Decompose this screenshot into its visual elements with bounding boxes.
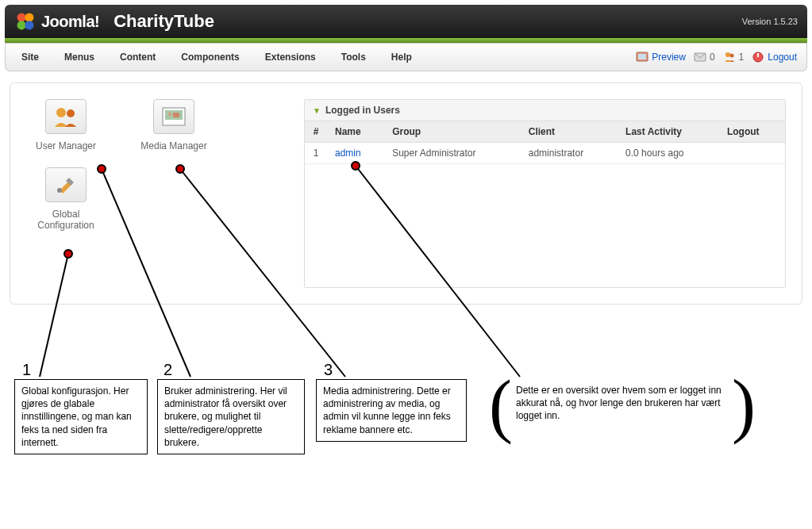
svg-point-2 — [17, 21, 26, 29]
main-menu: Site Menus Content Components Extensions… — [9, 44, 425, 71]
site-name: CharityTube — [114, 11, 214, 32]
cell-last: 0.0 hours ago — [618, 143, 719, 164]
menu-extensions[interactable]: Extensions — [252, 44, 329, 71]
menu-site[interactable]: Site — [9, 44, 52, 71]
user-manager-label: User Manager — [36, 140, 96, 151]
cell-group: Super Administrator — [384, 143, 521, 164]
logout-icon — [752, 51, 764, 63]
version-text: Version 1.5.23 — [742, 17, 798, 26]
user-manager-tile[interactable]: User Manager — [26, 99, 106, 151]
status-area: Preview 0 1 Logout — [636, 51, 803, 63]
users-icon — [52, 105, 80, 128]
table-header-row: # Name Group Client Last Activity Logout — [305, 121, 785, 143]
panel-header[interactable]: ▼ Logged in Users — [305, 100, 785, 121]
bracket-left: ( — [489, 370, 513, 441]
menu-components[interactable]: Components — [168, 44, 252, 71]
annotation-number-3: 3 — [324, 361, 333, 379]
col-name: Name — [327, 121, 384, 143]
mail-icon — [694, 51, 706, 63]
user-manager-icon-box — [45, 99, 87, 134]
svg-rect-16 — [173, 113, 179, 117]
cell-client: administrator — [521, 143, 618, 164]
panel-title: Logged in Users — [325, 105, 400, 116]
svg-point-12 — [67, 109, 75, 117]
svg-point-1 — [25, 13, 33, 22]
col-logout: Logout — [719, 121, 785, 143]
users-icon — [723, 51, 736, 63]
users-table: # Name Group Client Last Activity Logout… — [305, 121, 785, 164]
header: Joomla! CharityTube Version 1.5.23 — [5, 5, 807, 38]
menu-tools[interactable]: Tools — [329, 44, 379, 71]
users-count[interactable]: 1 — [723, 51, 745, 63]
svg-point-7 — [725, 52, 730, 57]
media-manager-label: Media Manager — [140, 140, 206, 151]
menubar: Site Menus Content Components Extensions… — [5, 43, 807, 71]
annotation-box-4: Dette er en oversikt over hvem som er lo… — [510, 379, 733, 427]
col-group: Group — [384, 121, 521, 143]
messages-value: 0 — [710, 52, 715, 63]
media-manager-tile[interactable]: Media Manager — [134, 99, 214, 151]
cell-logout[interactable] — [719, 143, 785, 164]
svg-rect-10 — [757, 53, 759, 57]
logged-in-users-panel: ▼ Logged in Users # Name Group Client La… — [304, 99, 786, 288]
bracket-right: ) — [732, 370, 756, 441]
svg-point-15 — [168, 113, 171, 116]
col-num: # — [305, 121, 327, 143]
annotation-box-2: Bruker administrering. Her vil administr… — [157, 379, 305, 454]
logo-text: Joomla! — [41, 13, 99, 31]
cell-num: 1 — [305, 143, 327, 164]
col-client: Client — [521, 121, 618, 143]
preview-icon — [636, 51, 648, 63]
preview-label: Preview — [652, 52, 686, 63]
menu-content[interactable]: Content — [107, 44, 168, 71]
svg-rect-5 — [638, 54, 646, 59]
joomla-logo-icon — [14, 10, 37, 33]
global-config-label: Global Configuration — [26, 209, 106, 231]
content-frame: User Manager Media Manager Global Config… — [10, 82, 802, 305]
svg-point-3 — [25, 21, 33, 29]
logout-link[interactable]: Logout — [752, 51, 797, 63]
annotation-box-1: Global konfigurasjon. Her gjøres de glab… — [14, 379, 148, 454]
tools-icon — [52, 173, 80, 197]
messages-count[interactable]: 0 — [694, 51, 715, 63]
annotation-box-3: Media administrering. Dette er administr… — [316, 379, 467, 442]
preview-link[interactable]: Preview — [636, 51, 686, 63]
media-icon — [160, 105, 188, 128]
collapse-arrow-icon: ▼ — [313, 106, 321, 115]
svg-point-8 — [729, 54, 733, 58]
table-row: 1 admin Super Administrator administrato… — [305, 143, 785, 164]
global-config-tile[interactable]: Global Configuration — [26, 167, 106, 231]
logo: Joomla! — [14, 10, 99, 33]
svg-point-17 — [57, 188, 62, 193]
media-manager-icon-box — [153, 99, 194, 134]
quick-icons: User Manager Media Manager Global Config… — [26, 99, 288, 288]
col-last: Last Activity — [618, 121, 719, 143]
cell-name[interactable]: admin — [327, 143, 384, 164]
annotation-number-2: 2 — [164, 361, 172, 379]
global-config-icon-box — [45, 167, 87, 202]
svg-point-11 — [56, 108, 66, 117]
annotation-number-1: 1 — [22, 361, 31, 379]
svg-point-0 — [17, 13, 26, 22]
logout-label: Logout — [768, 52, 797, 63]
menu-help[interactable]: Help — [379, 44, 425, 71]
users-value: 1 — [739, 52, 745, 63]
menu-menus[interactable]: Menus — [52, 44, 107, 71]
